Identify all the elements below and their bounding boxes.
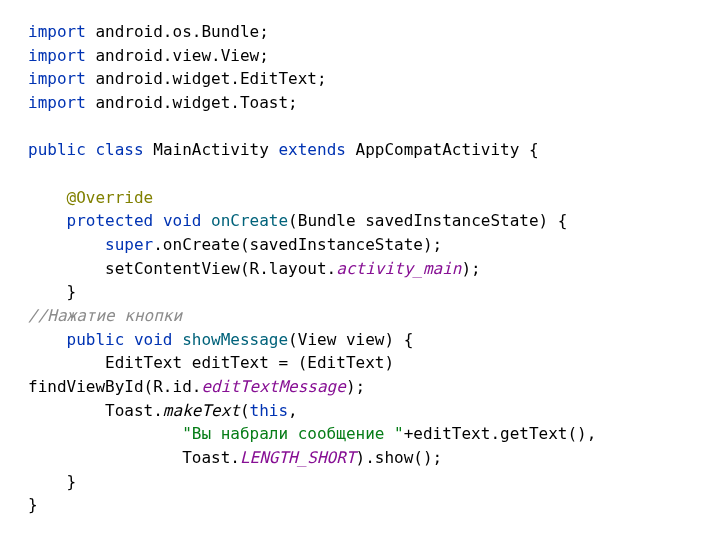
- code-text: findViewById(R.id.: [28, 377, 201, 396]
- code-text: [86, 140, 96, 159]
- code-text: Toast.: [105, 401, 163, 420]
- code-text: (View view) {: [288, 330, 413, 349]
- code-text: android.os.Bundle;: [86, 22, 269, 41]
- indent: [28, 235, 105, 254]
- comment: //Нажатие кнопки: [28, 306, 182, 325]
- code-text: (Bundle savedInstanceState) {: [288, 211, 567, 230]
- field-ref: editTextMessage: [201, 377, 346, 396]
- brace: }: [67, 472, 77, 491]
- indent: [28, 330, 67, 349]
- code-text: ).show();: [356, 448, 443, 467]
- code-text: ,: [288, 401, 298, 420]
- code-text: MainActivity: [144, 140, 279, 159]
- indent: [28, 448, 182, 467]
- method-name: onCreate: [211, 211, 288, 230]
- keyword-import: import: [28, 69, 86, 88]
- code-text: android.widget.EditText;: [86, 69, 327, 88]
- keyword-import: import: [28, 93, 86, 112]
- keyword-protected: protected: [67, 211, 154, 230]
- keyword-public: public: [28, 140, 86, 159]
- code-text: (: [240, 401, 250, 420]
- indent: [28, 259, 105, 278]
- keyword-import: import: [28, 22, 86, 41]
- keyword-super: super: [105, 235, 153, 254]
- keyword-this: this: [250, 401, 289, 420]
- code-text: AppCompatActivity {: [346, 140, 539, 159]
- code-text: .onCreate(savedInstanceState);: [153, 235, 442, 254]
- code-text: android.widget.Toast;: [86, 93, 298, 112]
- code-text: [201, 211, 211, 230]
- code-text: Toast.: [182, 448, 240, 467]
- keyword-void: void: [163, 211, 202, 230]
- indent: [28, 472, 67, 491]
- annotation-override: @Override: [67, 188, 154, 207]
- keyword-void: void: [134, 330, 173, 349]
- brace: }: [67, 282, 77, 301]
- code-text: );: [461, 259, 480, 278]
- code-block: import android.os.Bundle; import android…: [28, 20, 692, 517]
- keyword-public: public: [67, 330, 125, 349]
- field-ref: activity_main: [336, 259, 461, 278]
- keyword-class: class: [95, 140, 143, 159]
- indent: [28, 211, 67, 230]
- code-text: [153, 211, 163, 230]
- method-name: showMessage: [182, 330, 288, 349]
- brace: }: [28, 495, 38, 514]
- indent: [28, 188, 67, 207]
- static-method: makeText: [163, 401, 240, 420]
- code-text: android.view.View;: [86, 46, 269, 65]
- keyword-import: import: [28, 46, 86, 65]
- indent: [28, 353, 105, 372]
- indent: [28, 401, 105, 420]
- code-text: [124, 330, 134, 349]
- code-text: setContentView(R.layout.: [105, 259, 336, 278]
- field-ref: LENGTH_SHORT: [240, 448, 356, 467]
- string-literal: "Вы набрали сообщение ": [182, 424, 404, 443]
- code-text: );: [346, 377, 365, 396]
- code-text: EditText editText = (EditText): [105, 353, 404, 372]
- code-text: [173, 330, 183, 349]
- keyword-extends: extends: [278, 140, 345, 159]
- indent: [28, 282, 67, 301]
- indent: [28, 424, 182, 443]
- code-text: +editText.getText(),: [404, 424, 597, 443]
